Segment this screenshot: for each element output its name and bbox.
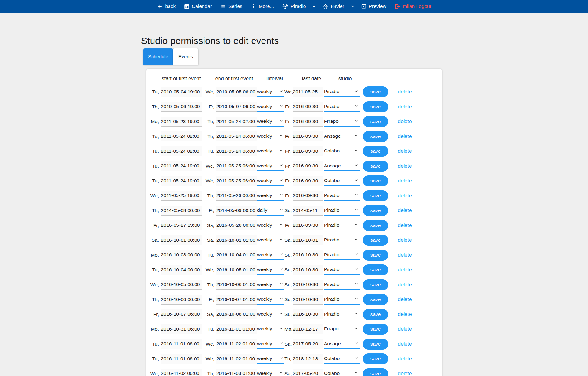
delete-link[interactable]: delete xyxy=(398,193,412,199)
delete-link[interactable]: delete xyxy=(398,208,412,213)
end-datetime-input[interactable]: 2016-10-04 01:00 xyxy=(216,250,257,260)
save-button[interactable]: save xyxy=(363,116,388,127)
start-datetime-input[interactable]: 2011-05-24 02:00 xyxy=(161,131,202,141)
studio-select[interactable]: Piradio xyxy=(324,235,360,245)
save-button[interactable]: save xyxy=(363,279,388,290)
start-datetime-input[interactable]: 2016-10-03 06:00 xyxy=(161,250,202,260)
studio-select[interactable]: Frrapo xyxy=(324,324,360,334)
end-datetime-input[interactable]: 2010-05-05 06:00 xyxy=(216,87,257,97)
start-datetime-input[interactable]: 2011-05-24 19:00 xyxy=(161,161,202,171)
interval-select[interactable]: weekly xyxy=(257,176,284,186)
last-date-input[interactable]: 2016-09-30 xyxy=(293,220,323,230)
delete-link[interactable]: delete xyxy=(398,326,412,332)
interval-select[interactable]: weekly xyxy=(257,146,284,156)
end-datetime-input[interactable]: 2011-05-25 06:00 xyxy=(216,161,257,171)
delete-link[interactable]: delete xyxy=(398,356,412,362)
last-date-input[interactable]: 2011-05-25 xyxy=(293,87,323,97)
end-datetime-input[interactable]: 2016-11-02 01:00 xyxy=(216,354,257,364)
last-date-input[interactable]: 2017-05-20 xyxy=(293,339,323,349)
start-datetime-input[interactable]: 2016-10-07 06:00 xyxy=(161,309,202,319)
last-date-input[interactable]: 2016-09-30 xyxy=(293,102,323,112)
interval-select[interactable]: weekly xyxy=(257,131,284,141)
interval-select[interactable]: weekly xyxy=(257,102,284,112)
studio-select[interactable]: Colabo xyxy=(324,369,360,376)
end-datetime-input[interactable]: 2016-10-01 01:00 xyxy=(216,235,257,245)
end-datetime-input[interactable]: 2016-11-03 01:00 xyxy=(216,369,257,376)
save-button[interactable]: save xyxy=(363,264,388,275)
nav-calendar[interactable]: Calendar xyxy=(184,4,212,9)
nav-logout[interactable]: milan Logout xyxy=(395,4,431,10)
delete-link[interactable]: delete xyxy=(398,237,412,243)
end-datetime-input[interactable]: 2016-11-02 01:00 xyxy=(216,339,257,349)
start-datetime-input[interactable]: 2016-10-04 06:00 xyxy=(161,265,202,275)
delete-link[interactable]: delete xyxy=(398,371,412,376)
save-button[interactable]: save xyxy=(363,175,388,186)
save-button[interactable]: save xyxy=(363,146,388,157)
interval-select[interactable]: daily xyxy=(257,206,284,216)
interval-select[interactable]: weekly xyxy=(257,191,284,201)
save-button[interactable]: save xyxy=(363,294,388,305)
nav-88vier[interactable]: 88vier xyxy=(322,4,344,10)
start-datetime-input[interactable]: 2016-11-02 06:00 xyxy=(161,369,202,376)
last-date-input[interactable]: 2018-12-18 xyxy=(293,354,323,364)
interval-select[interactable]: weekly xyxy=(257,265,284,275)
delete-link[interactable]: delete xyxy=(398,297,412,302)
interval-select[interactable]: weekly xyxy=(257,117,284,127)
studio-select[interactable]: Colabo xyxy=(324,354,360,364)
start-datetime-input[interactable]: 2016-11-01 06:00 xyxy=(161,339,202,349)
start-datetime-input[interactable]: 2011-05-23 19:00 xyxy=(161,117,202,127)
studio-select[interactable]: Piradio xyxy=(324,295,360,305)
delete-link[interactable]: delete xyxy=(398,104,412,110)
save-button[interactable]: save xyxy=(363,161,388,172)
interval-select[interactable]: weekly xyxy=(257,324,284,334)
delete-link[interactable]: delete xyxy=(398,223,412,228)
save-button[interactable]: save xyxy=(363,220,388,231)
end-datetime-input[interactable]: 2016-10-05 01:00 xyxy=(216,265,257,275)
save-button[interactable]: save xyxy=(363,131,388,142)
interval-select[interactable]: weekly xyxy=(257,220,284,230)
delete-link[interactable]: delete xyxy=(398,148,412,154)
delete-link[interactable]: delete xyxy=(398,89,412,95)
save-button[interactable]: save xyxy=(363,368,388,376)
last-date-input[interactable]: 2016-10-30 xyxy=(293,265,323,275)
studio-select[interactable]: Piradio xyxy=(324,220,360,230)
end-datetime-input[interactable]: 2011-05-26 06:00 xyxy=(216,191,257,201)
last-date-input[interactable]: 2016-10-30 xyxy=(293,280,323,290)
studio-select[interactable]: Colabo xyxy=(324,176,360,186)
start-datetime-input[interactable]: 2010-05-06 19:00 xyxy=(161,102,202,112)
studio-select[interactable]: Piradio xyxy=(324,191,360,201)
nav-preview[interactable]: Preview xyxy=(361,4,386,9)
start-datetime-input[interactable]: 2016-11-01 06:00 xyxy=(161,354,202,364)
save-button[interactable]: save xyxy=(363,250,388,261)
last-date-input[interactable]: 2016-09-30 xyxy=(293,131,323,141)
end-datetime-input[interactable]: 2016-10-07 01:00 xyxy=(216,295,257,305)
last-date-input[interactable]: 2016-09-30 xyxy=(293,161,323,171)
interval-select[interactable]: weekly xyxy=(257,250,284,260)
end-datetime-input[interactable]: 2016-10-08 01:00 xyxy=(216,309,257,319)
interval-select[interactable]: weekly xyxy=(257,295,284,305)
last-date-input[interactable]: 2018-12-17 xyxy=(293,324,323,334)
piradio-dropdown-chevron-icon[interactable] xyxy=(312,4,317,9)
88vier-dropdown-chevron-icon[interactable] xyxy=(350,4,355,9)
start-datetime-input[interactable]: 2011-05-24 02:00 xyxy=(161,146,202,156)
end-datetime-input[interactable]: 2016-10-06 01:00 xyxy=(216,280,257,290)
interval-select[interactable]: weekly xyxy=(257,235,284,245)
save-button[interactable]: save xyxy=(363,101,388,112)
delete-link[interactable]: delete xyxy=(398,312,412,317)
delete-link[interactable]: delete xyxy=(398,119,412,124)
nav-piradio[interactable]: Piradio xyxy=(282,4,306,10)
interval-select[interactable]: weekly xyxy=(257,354,284,364)
studio-select[interactable]: Piradio xyxy=(324,87,360,97)
start-datetime-input[interactable]: 2014-05-08 00:00 xyxy=(161,206,202,216)
last-date-input[interactable]: 2016-10-01 xyxy=(293,235,323,245)
start-datetime-input[interactable]: 2011-05-25 19:00 xyxy=(161,191,202,201)
interval-select[interactable]: weekly xyxy=(257,369,284,376)
last-date-input[interactable]: 2016-10-30 xyxy=(293,309,323,319)
last-date-input[interactable]: 2014-05-11 xyxy=(293,206,323,216)
nav-series[interactable]: Series xyxy=(220,4,242,10)
studio-select[interactable]: Colabo xyxy=(324,146,360,156)
save-button[interactable]: save xyxy=(363,190,388,201)
end-datetime-input[interactable]: 2011-05-25 06:00 xyxy=(216,176,257,186)
interval-select[interactable]: weekly xyxy=(257,87,284,97)
studio-select[interactable]: Piradio xyxy=(324,265,360,275)
